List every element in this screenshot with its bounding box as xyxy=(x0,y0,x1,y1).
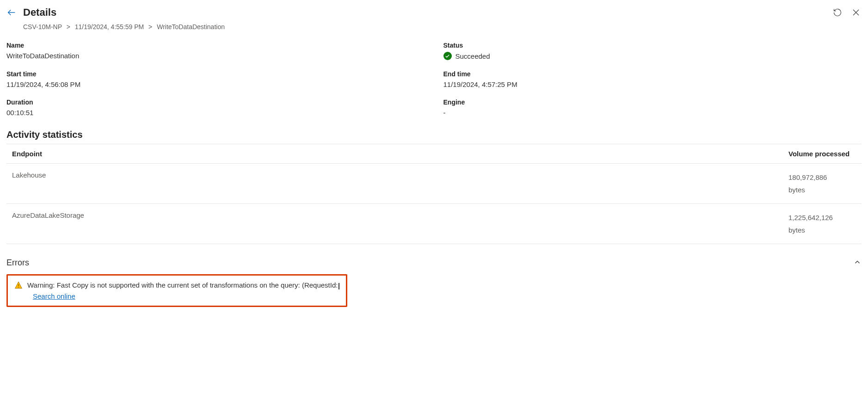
field-name: Name WriteToDataDestination xyxy=(6,42,425,60)
breadcrumb-separator: > xyxy=(67,23,70,31)
table-row: Lakehouse 180,972,886 bytes xyxy=(6,164,862,204)
success-check-icon xyxy=(443,52,452,60)
errors-section: Errors Warning: Fast Copy is not support… xyxy=(6,258,862,307)
field-label: Engine xyxy=(443,98,862,106)
breadcrumb: CSV-10M-NP > 11/19/2024, 4:55:59 PM > Wr… xyxy=(6,23,862,31)
detail-fields: Name WriteToDataDestination Status Succe… xyxy=(6,42,862,117)
field-label: Name xyxy=(6,42,425,49)
breadcrumb-separator: > xyxy=(148,23,152,31)
table-row: AzureDataLakeStorage 1,225,642,126 bytes xyxy=(6,204,862,244)
errors-title: Errors xyxy=(6,258,29,268)
endpoint-cell: AzureDataLakeStorage xyxy=(6,204,783,244)
field-end-time: End time 11/19/2024, 4:57:25 PM xyxy=(443,70,862,88)
status-text: Succeeded xyxy=(456,52,490,60)
col-volume: Volume processed xyxy=(783,144,862,164)
breadcrumb-item[interactable]: CSV-10M-NP xyxy=(23,23,62,31)
activity-statistics-title: Activity statistics xyxy=(6,129,862,140)
header-actions xyxy=(832,7,862,18)
endpoint-cell: Lakehouse xyxy=(6,164,783,204)
field-start-time: Start time 11/19/2024, 4:56:08 PM xyxy=(6,70,425,88)
detail-header: Details xyxy=(6,6,862,18)
chevron-up-icon[interactable] xyxy=(853,258,862,268)
error-item: Warning: Fast Copy is not supported with… xyxy=(6,274,347,307)
warning-icon xyxy=(14,281,23,289)
volume-cell: 180,972,886 bytes xyxy=(783,164,862,204)
caret-icon xyxy=(339,283,339,289)
field-label: Start time xyxy=(6,70,425,78)
field-duration: Duration 00:10:51 xyxy=(6,98,425,117)
activity-statistics-table: Endpoint Volume processed Lakehouse 180,… xyxy=(6,144,862,244)
error-message: Warning: Fast Copy is not supported with… xyxy=(27,281,339,289)
errors-header: Errors xyxy=(6,258,862,268)
close-icon[interactable] xyxy=(850,7,862,18)
field-value: WriteToDataDestination xyxy=(6,52,425,60)
field-label: Status xyxy=(443,42,862,49)
field-value: - xyxy=(443,109,862,117)
page-title: Details xyxy=(23,6,56,18)
refresh-icon[interactable] xyxy=(832,7,843,18)
field-value: 11/19/2024, 4:57:25 PM xyxy=(443,80,862,88)
svg-point-4 xyxy=(18,287,19,288)
breadcrumb-item[interactable]: WriteToDataDestination xyxy=(157,23,225,31)
header-left: Details xyxy=(6,6,56,18)
field-value: 11/19/2024, 4:56:08 PM xyxy=(6,80,425,88)
volume-cell: 1,225,642,126 bytes xyxy=(783,204,862,244)
field-label: End time xyxy=(443,70,862,78)
breadcrumb-item[interactable]: 11/19/2024, 4:55:59 PM xyxy=(75,23,144,31)
field-label: Duration xyxy=(6,98,425,106)
col-endpoint: Endpoint xyxy=(6,144,783,164)
back-arrow-icon[interactable] xyxy=(6,7,17,18)
field-engine: Engine - xyxy=(443,98,862,117)
search-online-link[interactable]: Search online xyxy=(33,292,339,300)
field-value: 00:10:51 xyxy=(6,109,425,117)
field-status: Status Succeeded xyxy=(443,42,862,60)
